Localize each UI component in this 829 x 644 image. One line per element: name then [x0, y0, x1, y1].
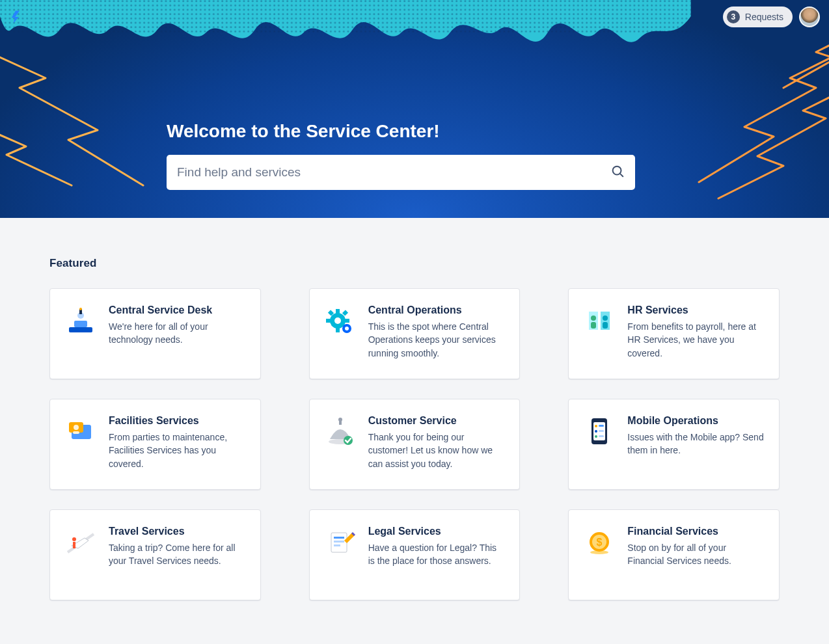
requests-count-badge: 3	[727, 10, 740, 23]
requests-button[interactable]: 3 Requests	[723, 7, 793, 27]
svg-point-16	[334, 317, 341, 324]
travel-plane-icon	[64, 526, 97, 558]
card-title: Facilities Services	[109, 415, 246, 427]
card-description: Stop on by for all of your Financial Ser…	[627, 541, 765, 568]
svg-point-35	[595, 425, 597, 427]
card-title: Legal Services	[368, 526, 506, 537]
avatar[interactable]	[799, 7, 820, 27]
svg-rect-47	[334, 544, 340, 546]
svg-point-27	[74, 425, 79, 430]
card-title: HR Services	[627, 304, 765, 316]
svg-rect-12	[326, 319, 331, 323]
card-description: Thank you for being our customer! Let us…	[368, 431, 506, 470]
svg-point-42	[72, 537, 76, 541]
svg-rect-23	[591, 322, 596, 329]
card-description: We're here for all of your technology ne…	[109, 320, 246, 347]
card-title: Customer Service	[368, 415, 506, 427]
svg-rect-36	[599, 425, 604, 427]
svg-rect-38	[599, 430, 604, 432]
card-title: Mobile Operations	[627, 415, 765, 427]
svg-rect-43	[73, 542, 75, 548]
svg-line-3	[620, 174, 623, 176]
svg-rect-5	[74, 321, 87, 327]
facilities-card-icon	[64, 415, 97, 448]
card-title: Travel Services	[109, 526, 246, 537]
card-title: Central Service Desk	[109, 304, 246, 316]
svg-rect-13	[344, 319, 349, 323]
card-title: Central Operations	[368, 304, 506, 316]
main-content: Featured Central Service Desk We're here…	[0, 218, 829, 639]
app-logo-icon[interactable]	[9, 9, 25, 25]
svg-point-18	[345, 327, 349, 330]
service-desk-icon	[64, 304, 97, 337]
svg-point-31	[338, 418, 342, 422]
service-card[interactable]: Travel Services Taking a trip? Come here…	[49, 509, 261, 600]
svg-point-37	[595, 430, 597, 433]
service-card[interactable]: $ Financial Services Stop on by for all …	[568, 509, 780, 600]
section-title: Featured	[49, 257, 780, 270]
mobile-phone-icon	[583, 415, 616, 448]
service-card[interactable]: HR Services From benefits to payroll, he…	[568, 288, 780, 379]
card-description: Have a question for Legal? This is the p…	[368, 541, 506, 568]
card-description: From parties to maintenance, Facilities …	[109, 431, 246, 470]
svg-point-8	[79, 308, 82, 310]
card-description: From benefits to payroll, here at HR Ser…	[627, 320, 765, 360]
service-card[interactable]: Legal Services Have a question for Legal…	[309, 509, 521, 600]
hero-banner: 3 Requests Welcome to the Service Center…	[0, 0, 829, 218]
operations-gear-icon	[324, 304, 357, 337]
top-bar: 3 Requests	[0, 3, 829, 31]
svg-point-39	[595, 435, 597, 438]
service-card[interactable]: Central Service Desk We're here for all …	[49, 288, 261, 379]
requests-label: Requests	[745, 12, 783, 22]
service-card[interactable]: Facilities Services From parties to main…	[49, 399, 261, 490]
svg-point-21	[591, 315, 596, 321]
legal-doc-icon	[324, 526, 357, 558]
financial-coin-icon: $	[583, 526, 616, 558]
svg-rect-24	[603, 322, 608, 329]
svg-rect-15	[342, 310, 348, 315]
featured-grid: Central Service Desk We're here for all …	[49, 288, 780, 600]
svg-text:$: $	[597, 537, 603, 548]
card-description: Issues with the Mobile app? Send them in…	[627, 431, 765, 457]
service-card[interactable]: Central Operations This is the spot wher…	[309, 288, 521, 379]
search-icon[interactable]	[610, 164, 625, 181]
svg-rect-11	[336, 327, 340, 332]
svg-rect-28	[73, 431, 79, 434]
card-description: This is the spot where Central Operation…	[368, 320, 506, 360]
card-description: Taking a trip? Come here for all your Tr…	[109, 541, 246, 568]
search-container	[167, 155, 635, 190]
service-card[interactable]: Mobile Operations Issues with the Mobile…	[568, 399, 780, 490]
page-title: Welcome to the Service Center!	[167, 121, 635, 142]
svg-rect-10	[336, 309, 340, 314]
svg-rect-45	[334, 537, 344, 539]
svg-rect-4	[69, 327, 92, 332]
search-input[interactable]	[177, 165, 610, 180]
card-title: Financial Services	[627, 526, 765, 537]
svg-point-22	[603, 315, 608, 321]
svg-rect-46	[334, 541, 344, 543]
customer-tray-icon	[324, 415, 357, 448]
hr-people-icon	[583, 304, 616, 337]
svg-rect-40	[599, 435, 604, 437]
service-card[interactable]: Customer Service Thank you for being our…	[309, 399, 521, 490]
